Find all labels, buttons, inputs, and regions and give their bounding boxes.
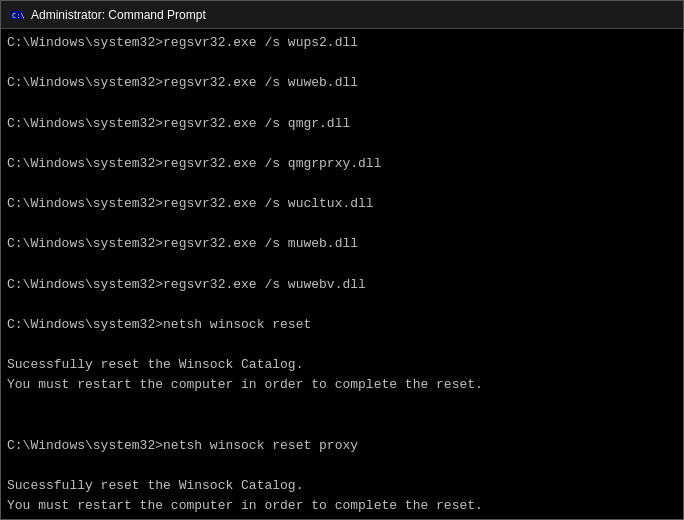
cmd-icon: C:\ [9, 7, 25, 23]
terminal-line [7, 255, 677, 275]
terminal-line [7, 53, 677, 73]
terminal-line: C:\Windows\system32>regsvr32.exe /s qmgr… [7, 114, 677, 134]
title-bar: C:\ Administrator: Command Prompt [1, 1, 683, 29]
terminal-line [7, 214, 677, 234]
terminal-line [7, 295, 677, 315]
terminal-line [7, 335, 677, 355]
window-title: Administrator: Command Prompt [31, 8, 675, 22]
terminal-line: C:\Windows\system32>regsvr32.exe /s wups… [7, 33, 677, 53]
terminal-line [7, 93, 677, 113]
terminal-line: C:\Windows\system32>regsvr32.exe /s wucl… [7, 194, 677, 214]
terminal-line: Sucessfully reset the Winsock Catalog. [7, 355, 677, 375]
terminal-line: C:\Windows\system32>netsh winsock reset [7, 315, 677, 335]
terminal-line: C:\Windows\system32>regsvr32.exe /s wuwe… [7, 275, 677, 295]
terminal-line [7, 516, 677, 519]
terminal-line: You must restart the computer in order t… [7, 375, 677, 395]
terminal-line [7, 456, 677, 476]
terminal-line: C:\Windows\system32>netsh winsock reset … [7, 436, 677, 456]
terminal-line: C:\Windows\system32>regsvr32.exe /s wuwe… [7, 73, 677, 93]
terminal-line: C:\Windows\system32>regsvr32.exe /s qmgr… [7, 154, 677, 174]
terminal-line [7, 174, 677, 194]
terminal-line: C:\Windows\system32>regsvr32.exe /s muwe… [7, 234, 677, 254]
terminal-line [7, 416, 677, 436]
terminal-line: You must restart the computer in order t… [7, 496, 677, 516]
svg-text:C:\: C:\ [12, 12, 24, 20]
terminal-line: Sucessfully reset the Winsock Catalog. [7, 476, 677, 496]
terminal-line [7, 134, 677, 154]
terminal-body[interactable]: C:\Windows\system32>regsvr32.exe /s wups… [1, 29, 683, 519]
cmd-window: C:\ Administrator: Command Prompt C:\Win… [0, 0, 684, 520]
terminal-line [7, 396, 677, 416]
